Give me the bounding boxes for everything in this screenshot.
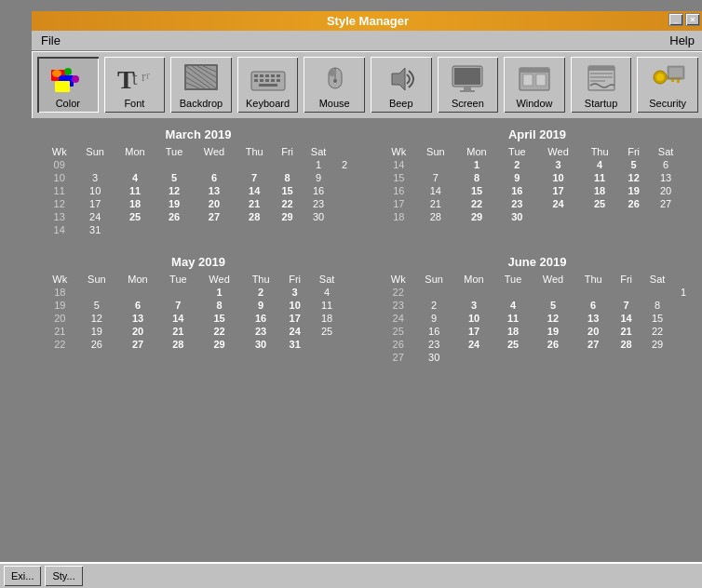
startup-label: Startup <box>585 98 617 109</box>
week-number: 18 <box>43 286 77 299</box>
cal-day: 6 <box>193 171 236 184</box>
cal-day: 10 <box>453 312 494 325</box>
table-row: 1324252627282930 <box>43 210 354 223</box>
keyboard-button[interactable]: Keyboard <box>236 55 301 114</box>
table-row: 232345678 <box>382 299 693 312</box>
table-row: 18282930 <box>382 210 693 223</box>
cal-header: Tue <box>155 145 193 158</box>
font-button[interactable]: T t r r Font <box>102 55 168 114</box>
month-title: May 2019 <box>43 255 354 269</box>
cal-day <box>335 171 354 184</box>
backdrop-button[interactable]: Backdrop <box>169 55 234 114</box>
cal-day: 22 <box>197 325 241 338</box>
cal-day <box>273 223 301 236</box>
cal-day: 29 <box>197 338 241 351</box>
cal-day: 18 <box>494 325 532 338</box>
cal-day: 1 <box>455 158 498 171</box>
cal-day <box>648 210 683 223</box>
week-number: 24 <box>382 312 414 325</box>
cal-day: 18 <box>309 312 344 325</box>
cal-day <box>344 299 354 312</box>
taskbar-button-2[interactable]: Sty... <box>45 566 82 586</box>
svg-point-34 <box>333 79 337 83</box>
window-button[interactable]: Window <box>502 55 567 114</box>
cal-header: Wk <box>43 273 77 286</box>
screen-button[interactable]: Screen <box>436 55 501 114</box>
cal-day: 21 <box>416 197 456 210</box>
cal-day <box>335 184 354 197</box>
cal-header: Mon <box>455 145 498 158</box>
close-button[interactable]: × <box>685 13 700 26</box>
cal-day: 20 <box>574 325 612 338</box>
cal-day: 5 <box>77 299 117 312</box>
cal-day: 2 <box>498 158 536 171</box>
svg-rect-30 <box>259 84 277 87</box>
cal-day: 15 <box>641 312 674 325</box>
color-icon <box>49 62 87 96</box>
cal-day <box>75 158 114 171</box>
cal-day: 16 <box>302 184 335 197</box>
cal-day: 25 <box>580 197 619 210</box>
table-row: 22262728293031 <box>43 338 354 351</box>
taskbar-button-1[interactable]: Exi... <box>4 566 41 586</box>
minimize-button[interactable]: _ <box>668 13 683 26</box>
cal-day: 11 <box>580 171 619 184</box>
cal-header: Mon <box>116 273 159 286</box>
cal-day: 29 <box>641 338 674 351</box>
svg-rect-47 <box>590 76 613 78</box>
table-row: 221 <box>382 286 693 299</box>
cal-day: 9 <box>414 312 452 325</box>
svg-rect-2 <box>55 81 70 92</box>
cal-header: Thu <box>580 145 619 158</box>
title-bar: Style Manager _ × <box>32 11 702 31</box>
svg-rect-52 <box>677 79 680 83</box>
cal-day <box>155 158 193 171</box>
table-row: 14123456 <box>382 158 693 171</box>
cal-day: 6 <box>648 158 683 171</box>
cal-day: 8 <box>273 171 301 184</box>
cal-day: 13 <box>648 171 683 184</box>
file-menu[interactable]: File <box>37 33 64 48</box>
color-button[interactable]: Color <box>35 55 101 114</box>
cal-day: 27 <box>193 210 236 223</box>
cal-day: 14 <box>612 312 640 325</box>
beep-button[interactable]: Beep <box>369 55 434 114</box>
taskbar: Exi... Sty... <box>0 562 702 588</box>
cal-day <box>574 351 612 364</box>
table-row: 2119202122232425 <box>43 325 354 338</box>
calendar-grid: March 2019WkSunMonTueWedThuFriSat0912103… <box>43 127 693 364</box>
week-number: 09 <box>43 158 75 171</box>
startup-button[interactable]: Startup <box>569 55 634 114</box>
cal-day: 1 <box>197 286 241 299</box>
cal-day <box>302 223 335 236</box>
cal-header: Thu <box>236 145 273 158</box>
cal-day: 24 <box>280 325 309 338</box>
week-number: 26 <box>382 338 414 351</box>
beep-label: Beep <box>389 98 413 109</box>
cal-day: 19 <box>155 197 193 210</box>
cal-day: 11 <box>115 184 155 197</box>
help-menu[interactable]: Help <box>666 33 698 48</box>
cal-day: 23 <box>241 325 280 338</box>
cal-day <box>273 158 301 171</box>
svg-rect-45 <box>588 66 614 71</box>
table-row: 103456789 <box>43 171 354 184</box>
cal-day: 20 <box>648 184 683 197</box>
cal-day: 14 <box>159 312 197 325</box>
svg-text:r: r <box>146 69 150 82</box>
month-block: May 2019WkSunMonTueWedThuFriSat181234195… <box>43 255 354 364</box>
svg-point-3 <box>52 70 61 77</box>
mouse-button[interactable]: Mouse <box>302 55 367 114</box>
window-label: Window <box>516 98 552 109</box>
table-row: 249101112131415 <box>382 312 693 325</box>
cal-day: 17 <box>280 312 309 325</box>
cal-day <box>612 286 640 299</box>
security-button[interactable]: Security <box>635 55 700 114</box>
calendar-content[interactable]: March 2019WkSunMonTueWedThuFriSat0912103… <box>32 120 702 576</box>
cal-day: 11 <box>309 299 344 312</box>
cal-day: 23 <box>302 197 335 210</box>
svg-rect-26 <box>260 79 263 82</box>
cal-day <box>674 325 693 338</box>
svg-rect-37 <box>454 68 480 85</box>
screen-icon <box>449 62 486 96</box>
